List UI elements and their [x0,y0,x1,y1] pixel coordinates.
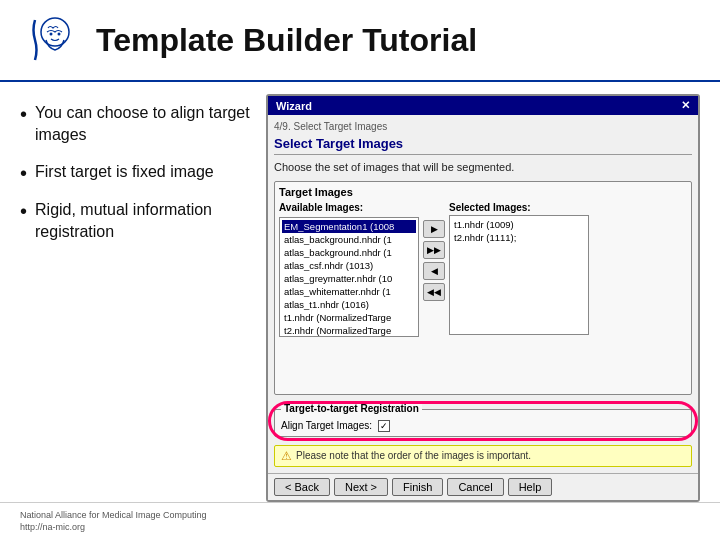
footer-org: National Alliance for Medical Image Comp… [20,509,207,522]
wizard-titlebar: Wizard ✕ [268,96,698,115]
list-item[interactable]: atlas_background.nhdr (1 [282,233,416,246]
page-title: Template Builder Tutorial [96,22,477,59]
next-button[interactable]: Next > [334,478,388,496]
header: Template Builder Tutorial [0,0,720,82]
list-item[interactable]: t2.nhdr (NormalizedTarge [282,324,416,337]
bullet-list: • You can choose to align target images … [20,94,250,502]
cancel-button[interactable]: Cancel [447,478,503,496]
help-button[interactable]: Help [508,478,553,496]
image-lists: Available Images: EM_Segmentation1 (1008… [279,202,687,337]
warning-bar: ⚠ Please note that the order of the imag… [274,445,692,467]
list-item[interactable]: atlas_greymatter.nhdr (10 [282,272,416,285]
footer-attribution: National Alliance for Medical Image Comp… [20,509,207,534]
checkbox-checkmark: ✓ [380,421,388,431]
wizard-step-label: 4/9. Select Target Images [274,121,692,132]
align-checkbox[interactable]: ✓ [378,420,390,432]
finish-button[interactable]: Finish [392,478,443,496]
move-right-button[interactable]: ▶ [423,220,445,238]
warning-icon: ⚠ [281,449,292,463]
svg-point-1 [50,33,53,36]
page-footer: National Alliance for Medical Image Comp… [0,502,720,540]
bullet-text-2: First target is fixed image [35,161,214,183]
registration-section-title: Target-to-target Registration [281,403,422,414]
list-item[interactable]: t1.nhdr (NormalizedTarge [282,311,416,324]
bullet-text-3: Rigid, mutual information registration [35,199,250,244]
selected-images-listbox[interactable]: t1.nhdr (1009) t2.nhdr (1111); [449,215,589,335]
target-images-title: Target Images [279,186,687,198]
registration-section: Target-to-target Registration Align Targ… [274,409,692,437]
back-button[interactable]: < Back [274,478,330,496]
transfer-buttons: ▶ ▶▶ ◀ ◀◀ [423,202,445,301]
wizard-panel: Wizard ✕ 4/9. Select Target Images Selec… [266,94,700,502]
main-content: • You can choose to align target images … [0,82,720,502]
selected-label: Selected Images: [449,202,589,213]
wizard-description: Choose the set of images that will be se… [274,161,692,173]
list-item[interactable]: atlas_t1.nhdr (1016) [282,298,416,311]
registration-outer: Target-to-target Registration Align Targ… [274,405,692,437]
list-item[interactable]: atlas_csf.nhdr (1013) [282,259,416,272]
available-label: Available Images: [279,202,419,213]
list-item[interactable]: t1.nhdr (1009) [452,218,586,231]
bullet-item-1: • You can choose to align target images [20,102,250,147]
align-label: Align Target Images: [281,420,372,431]
move-all-left-button[interactable]: ◀◀ [423,283,445,301]
bullet-dot-3: • [20,199,27,223]
wizard-step-title: Select Target Images [274,136,692,155]
wizard-title-text: Wizard [276,100,312,112]
list-item[interactable]: t2.nhdr (1111); [452,231,586,244]
page: Template Builder Tutorial • You can choo… [0,0,720,540]
bullet-dot-2: • [20,161,27,185]
list-item[interactable]: atlas_background.nhdr (1 [282,246,416,259]
list-item[interactable]: EM_Segmentation1 (1008 [282,220,416,233]
move-all-right-button[interactable]: ▶▶ [423,241,445,259]
registration-row: Align Target Images: ✓ [281,420,685,432]
available-images-col: Available Images: EM_Segmentation1 (1008… [279,202,419,337]
wizard-close-icon[interactable]: ✕ [681,99,690,112]
target-images-box: Target Images Available Images: EM_Segme… [274,181,692,395]
bullet-item-2: • First target is fixed image [20,161,250,185]
list-item[interactable]: atlas_whitematter.nhdr (1 [282,285,416,298]
selected-images-col: Selected Images: t1.nhdr (1009) t2.nhdr … [449,202,589,335]
logo-icon [20,10,80,70]
warning-text: Please note that the order of the images… [296,450,531,461]
footer-url: http://na-mic.org [20,521,207,534]
svg-point-2 [58,33,61,36]
wizard-body: 4/9. Select Target Images Select Target … [268,115,698,473]
wizard-container: Wizard ✕ 4/9. Select Target Images Selec… [266,94,700,502]
bullet-text-1: You can choose to align target images [35,102,250,147]
bullet-dot-1: • [20,102,27,126]
available-images-listbox[interactable]: EM_Segmentation1 (1008 atlas_background.… [279,217,419,337]
move-left-button[interactable]: ◀ [423,262,445,280]
wizard-footer: < Back Next > Finish Cancel Help [268,473,698,500]
bullet-item-3: • Rigid, mutual information registration [20,199,250,244]
